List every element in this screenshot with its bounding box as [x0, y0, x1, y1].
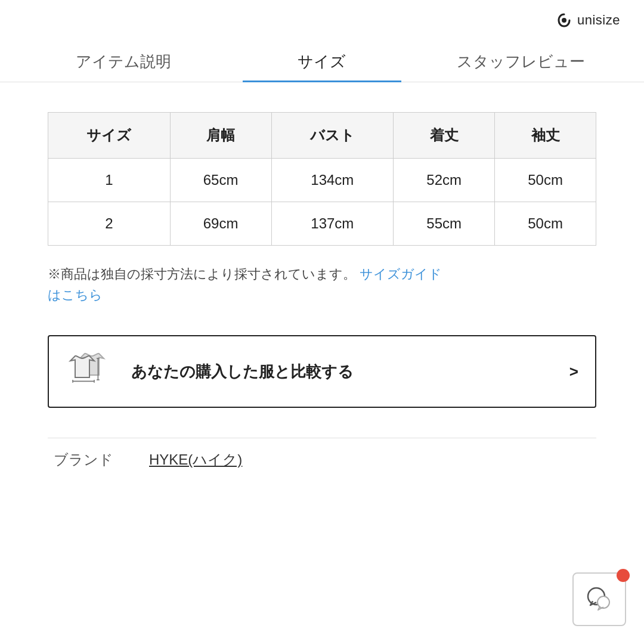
col-bust: バスト [271, 113, 394, 159]
header: unisize [0, 0, 644, 35]
cell-sleeve-2: 50cm [495, 202, 596, 246]
size-note: ※商品は独自の採寸方法により採寸されています。 サイズガイドはこちら [48, 264, 596, 305]
compare-icon-area [66, 349, 113, 394]
tab-item-staff-review[interactable]: スタッフレビュー [422, 41, 620, 82]
cell-sleeve-1: 50cm [495, 159, 596, 202]
tshirt-compare-icon [66, 349, 113, 391]
col-size: サイズ [48, 113, 171, 159]
brand-section: ブランド HYKE(ハイク) [48, 438, 596, 481]
brand-label: ブランド [54, 450, 149, 469]
cell-bust-2: 137cm [271, 202, 394, 246]
compare-label: あなたの購入した服と比較する [131, 361, 569, 382]
cell-size-1: 1 [48, 159, 171, 202]
size-note-text: ※商品は独自の採寸方法により採寸されています。 [48, 267, 356, 281]
compare-button[interactable]: あなたの購入した服と比較する > [48, 335, 596, 408]
cell-length-2: 55cm [394, 202, 495, 246]
unisize-logo-icon [556, 12, 572, 29]
svg-point-0 [562, 18, 566, 23]
col-shoulder: 肩幅 [170, 113, 271, 159]
cell-bust-1: 134cm [271, 159, 394, 202]
main-content: サイズ 肩幅 バスト 着丈 袖丈 1 65cm 134cm 52cm 50cm … [0, 82, 644, 505]
chat-button[interactable] [572, 572, 626, 626]
compare-chevron-icon: > [569, 363, 578, 381]
cell-shoulder-2: 69cm [170, 202, 271, 246]
tab-item-description[interactable]: アイテム説明 [24, 41, 222, 82]
cell-length-1: 52cm [394, 159, 495, 202]
brand-name[interactable]: HYKE(ハイク) [149, 450, 590, 469]
logo-text: unisize [577, 13, 620, 28]
size-table: サイズ 肩幅 バスト 着丈 袖丈 1 65cm 134cm 52cm 50cm … [48, 112, 596, 246]
tab-navigation: アイテム説明 サイズ スタッフレビュー [0, 41, 644, 82]
col-sleeve: 袖丈 [495, 113, 596, 159]
logo-area: unisize [556, 12, 620, 29]
cell-size-2: 2 [48, 202, 171, 246]
col-length: 着丈 [394, 113, 495, 159]
chat-notification-badge [617, 569, 630, 582]
table-row: 1 65cm 134cm 52cm 50cm [48, 159, 596, 202]
cell-shoulder-1: 65cm [170, 159, 271, 202]
tab-item-size[interactable]: サイズ [222, 41, 421, 82]
chat-icon [584, 584, 614, 614]
table-header-row: サイズ 肩幅 バスト 着丈 袖丈 [48, 113, 596, 159]
table-row: 2 69cm 137cm 55cm 50cm [48, 202, 596, 246]
